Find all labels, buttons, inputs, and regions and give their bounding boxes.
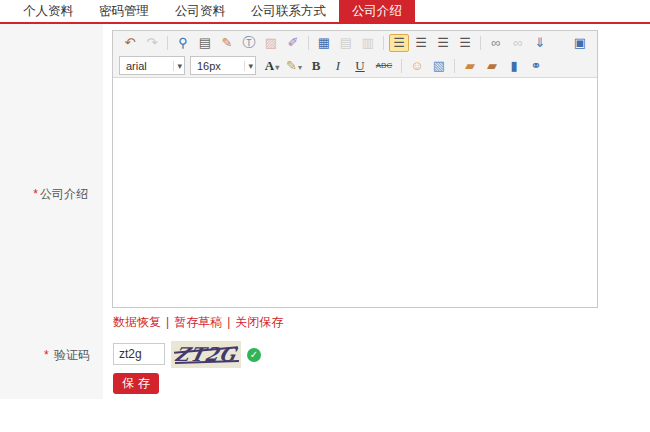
network-image-icon[interactable]: ▰ (482, 57, 502, 75)
font-family-select[interactable]: arial ▾ (119, 56, 185, 75)
save-button[interactable]: 保 存 (113, 373, 159, 394)
toolbar-separator (308, 36, 309, 50)
format-brush-icon[interactable]: ✎ (217, 34, 237, 52)
fullscreen-icon[interactable]: ▣ (570, 34, 590, 52)
chevron-down-icon: ▾ (173, 61, 182, 71)
required-mark: * (44, 348, 49, 362)
align-center-icon[interactable]: ☰ (411, 34, 431, 52)
paste-icon: ▨ (261, 34, 281, 52)
toolbar-separator (454, 59, 455, 73)
captcha-image-text: ZT2G (168, 341, 244, 367)
align-justify-icon[interactable]: ☰ (455, 34, 475, 52)
tab-bar: 个人资料密码管理公司资料公司联系方式公司介绍 (0, 0, 650, 22)
editor-toolbar-row1: ↶↷⚲▤✎Ⓣ▨✐▦▤▥☰☰☰☰∞∞⇓▣ (113, 31, 597, 54)
highlight-icon[interactable]: ✎▾ (284, 57, 304, 75)
media-icon[interactable]: ▮ (504, 57, 524, 75)
toolbar-separator (480, 36, 481, 50)
redo-icon: ↷ (142, 34, 162, 52)
required-mark: * (33, 187, 38, 201)
captcha-input[interactable] (113, 343, 165, 365)
align-right-icon[interactable]: ☰ (433, 34, 453, 52)
undo-icon[interactable]: ↶ (120, 34, 140, 52)
chevron-down-icon: ▾ (275, 63, 279, 72)
underline-icon[interactable]: U (350, 57, 370, 75)
font-size-value: 16px (197, 60, 221, 72)
eraser-icon[interactable]: ✐ (283, 34, 303, 52)
italic-icon[interactable]: I (328, 57, 348, 75)
multi-image-icon[interactable]: ▰ (460, 57, 480, 75)
close-save-link[interactable]: 关闭保存 (235, 315, 283, 329)
strikethrough-icon[interactable]: ABC (372, 57, 396, 75)
tab-company-intro[interactable]: 公司介绍 (339, 0, 415, 22)
editor-toolbar-row2: arial ▾ 16px ▾ A▾✎▾BIUABC☺▧▰▰▮⚭ (113, 54, 597, 78)
form-label-panel (0, 24, 103, 399)
attachment-icon[interactable]: ⚭ (526, 57, 546, 75)
toolbar-separator (383, 36, 384, 50)
font-family-value: arial (126, 60, 147, 72)
preview-icon[interactable]: ⚲ (173, 34, 193, 52)
chevron-down-icon: ▾ (244, 61, 253, 71)
bold-icon[interactable]: B (306, 57, 326, 75)
toolbar-separator (401, 59, 402, 73)
link-icon[interactable]: ∞ (486, 34, 506, 52)
paste-text-icon[interactable]: Ⓣ (239, 34, 259, 52)
font-color-icon[interactable]: A▾ (262, 57, 282, 75)
tab-company-contact[interactable]: 公司联系方式 (238, 0, 339, 22)
insert-row-icon: ▤ (336, 34, 356, 52)
toolbar-separator (167, 36, 168, 50)
company-intro-page: 个人资料密码管理公司资料公司联系方式公司介绍 *公司介绍 * 验证码 ↶↷⚲▤✎… (0, 0, 650, 432)
captcha-image[interactable]: ZT2G (171, 341, 241, 368)
print-icon[interactable]: ▤ (195, 34, 215, 52)
editor-content-area[interactable] (113, 78, 597, 307)
company-intro-label: *公司介绍 (0, 186, 88, 203)
anchor-icon[interactable]: ⇓ (530, 34, 550, 52)
editor-links: 数据恢复|暂存草稿|关闭保存 (113, 314, 283, 331)
tab-password[interactable]: 密码管理 (86, 0, 162, 22)
captcha-valid-check-icon: ✓ (247, 348, 261, 362)
save-draft-link[interactable]: 暂存草稿 (174, 315, 222, 329)
chevron-down-icon: ▾ (298, 63, 302, 72)
emoticon-icon[interactable]: ☺ (407, 57, 427, 75)
image-icon[interactable]: ▧ (429, 57, 449, 75)
unlink-icon: ∞ (508, 34, 528, 52)
captcha-label: * 验证码 (0, 347, 90, 364)
data-restore-link[interactable]: 数据恢复 (113, 315, 161, 329)
font-size-select[interactable]: 16px ▾ (190, 56, 256, 75)
table-icon[interactable]: ▦ (314, 34, 334, 52)
link-separator: | (227, 315, 230, 329)
rich-text-editor: ↶↷⚲▤✎Ⓣ▨✐▦▤▥☰☰☰☰∞∞⇓▣ arial ▾ 16px ▾ A▾✎▾B… (112, 30, 598, 308)
align-left-icon[interactable]: ☰ (389, 34, 409, 52)
tab-company-info[interactable]: 公司资料 (162, 0, 238, 22)
link-separator: | (166, 315, 169, 329)
insert-col-icon: ▥ (358, 34, 378, 52)
tab-personal-info[interactable]: 个人资料 (10, 0, 86, 22)
